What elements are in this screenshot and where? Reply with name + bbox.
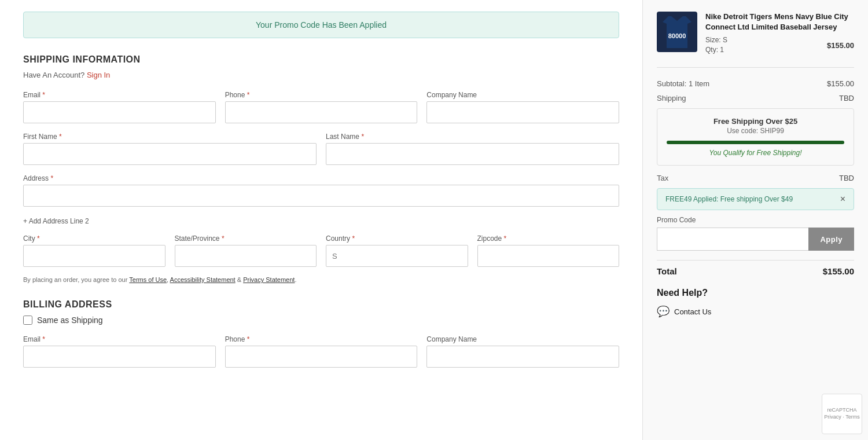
city-input[interactable] <box>23 245 165 267</box>
accessibility-link[interactable]: Accessibility Statement <box>170 276 236 283</box>
phone-input[interactable] <box>225 101 418 123</box>
need-help-heading: Need Help? <box>657 288 854 298</box>
total-value: $155.00 <box>823 266 854 276</box>
promo-applied-text: FREE49 Applied: Free shipping Over $49 <box>665 195 793 203</box>
address-input[interactable] <box>23 185 619 207</box>
shipping-section: SHIPPING INFORMATION Have An Account? Si… <box>23 54 619 283</box>
svg-text:80000: 80000 <box>668 32 686 39</box>
free-shipping-box: Free Shipping Over $25 Use code: SHIP99 … <box>657 108 854 166</box>
city-label: City * <box>23 234 165 243</box>
company-name-group: Company Name <box>426 91 619 123</box>
phone-group: Phone * <box>225 91 418 123</box>
legal-text: By placing an order, you agree to our Te… <box>23 276 619 283</box>
last-name-group: Last Name * <box>326 133 619 165</box>
billing-company-label: Company Name <box>426 335 619 343</box>
state-label: State/Province * <box>175 234 317 243</box>
billing-section: BILLING ADDRESS Same as Shipping Email *… <box>23 299 619 368</box>
last-name-label: Last Name * <box>326 133 619 141</box>
company-name-label: Company Name <box>426 91 619 99</box>
address-group: Address * <box>23 174 619 207</box>
billing-email-group: Email * <box>23 335 216 368</box>
billing-company-group: Company Name <box>426 335 619 368</box>
shipping-row-1: Email * Phone * Company Name <box>23 91 619 123</box>
product-row: 80000 Nike Detroit Tigers Mens Navy Blue… <box>657 12 854 68</box>
email-input[interactable] <box>23 101 216 123</box>
free-shipping-code: Use code: SHIP99 <box>667 127 844 135</box>
tax-row: Tax TBD <box>657 174 854 182</box>
need-help-section: Need Help? 💬 Contact Us <box>657 288 854 318</box>
contact-us-link[interactable]: 💬 Contact Us <box>657 305 854 318</box>
zipcode-group: Zipcode * <box>477 234 620 267</box>
total-label: Total <box>657 266 677 276</box>
progress-bar-fill <box>667 141 844 144</box>
billing-phone-label: Phone * <box>225 335 418 343</box>
subtotal-value: $155.00 <box>827 79 854 88</box>
jersey-icon: 80000 <box>663 16 692 48</box>
shipping-row-3: Address * <box>23 174 619 207</box>
have-account-text: Have An Account? Sign In <box>23 71 619 79</box>
sign-in-link[interactable]: Sign In <box>87 71 110 79</box>
same-as-shipping-checkbox[interactable] <box>23 316 32 325</box>
product-price: $155.00 <box>827 41 854 50</box>
first-name-label: First Name * <box>23 133 317 141</box>
billing-email-label: Email * <box>23 335 216 343</box>
product-image: 80000 <box>657 12 697 52</box>
free-shipping-title: Free Shipping Over $25 <box>667 117 844 126</box>
zipcode-input[interactable] <box>477 245 620 267</box>
first-name-group: First Name * <box>23 133 317 165</box>
chat-icon: 💬 <box>657 305 670 318</box>
phone-label: Phone * <box>225 91 418 99</box>
city-group: City * <box>23 234 165 267</box>
shipping-summary-value: TBD <box>839 94 854 102</box>
last-name-input[interactable] <box>326 143 619 165</box>
tax-label: Tax <box>657 174 668 182</box>
left-column: Your Promo Code Has Been Applied SHIPPIN… <box>0 0 642 440</box>
promo-banner-text: Your Promo Code Has Been Applied <box>256 20 387 30</box>
country-group: Country * <box>326 234 468 267</box>
total-row: Total $155.00 <box>657 260 854 276</box>
shipping-summary-label: Shipping <box>657 94 686 102</box>
recaptcha-widget: reCAPTCHAPrivacy · Terms <box>822 394 862 434</box>
terms-link[interactable]: Terms of Use <box>129 276 167 283</box>
zipcode-label: Zipcode * <box>477 234 620 243</box>
company-name-input[interactable] <box>426 101 619 123</box>
billing-company-input[interactable] <box>426 346 619 368</box>
billing-phone-group: Phone * <box>225 335 418 368</box>
address-label: Address * <box>23 174 619 182</box>
subtotal-label: Subtotal: 1 Item <box>657 79 709 88</box>
country-label: Country * <box>326 234 468 243</box>
qualify-text: You Qualify for Free Shipping! <box>667 149 844 157</box>
promo-code-input[interactable] <box>657 228 808 251</box>
promo-code-row: Apply <box>657 228 854 251</box>
product-name: Nike Detroit Tigers Mens Navy Blue City … <box>705 12 854 32</box>
product-details: Nike Detroit Tigers Mens Navy Blue City … <box>705 12 854 56</box>
state-input[interactable] <box>175 245 317 267</box>
email-label: Email * <box>23 91 216 99</box>
progress-bar-bg <box>667 141 844 144</box>
shipping-heading: SHIPPING INFORMATION <box>23 54 619 65</box>
state-group: State/Province * <box>175 234 317 267</box>
country-input[interactable] <box>326 245 468 267</box>
tax-value: TBD <box>839 174 854 182</box>
promo-remove-button[interactable]: × <box>840 195 845 204</box>
order-summary-panel: 80000 Nike Detroit Tigers Mens Navy Blue… <box>642 0 868 440</box>
same-as-shipping-label[interactable]: Same as Shipping <box>23 316 619 325</box>
email-group: Email * <box>23 91 216 123</box>
billing-email-input[interactable] <box>23 346 216 368</box>
promo-applied-tag: FREE49 Applied: Free shipping Over $49 × <box>657 188 854 210</box>
billing-row-1: Email * Phone * Company Name <box>23 335 619 368</box>
shipping-row: Shipping TBD <box>657 94 854 102</box>
subtotal-row: Subtotal: 1 Item $155.00 <box>657 79 854 88</box>
billing-heading: BILLING ADDRESS <box>23 299 619 310</box>
privacy-link[interactable]: Privacy Statement <box>243 276 295 283</box>
promo-banner: Your Promo Code Has Been Applied <box>23 12 619 38</box>
billing-phone-input[interactable] <box>225 346 418 368</box>
product-qty: Qty: 1 <box>705 46 724 54</box>
shipping-row-2: First Name * Last Name * <box>23 133 619 165</box>
first-name-input[interactable] <box>23 143 317 165</box>
apply-promo-button[interactable]: Apply <box>808 228 854 251</box>
shipping-row-4: City * State/Province * Country * <box>23 234 619 267</box>
promo-code-label: Promo Code <box>657 216 854 224</box>
add-address-line2-link[interactable]: + Add Address Line 2 <box>23 217 89 225</box>
